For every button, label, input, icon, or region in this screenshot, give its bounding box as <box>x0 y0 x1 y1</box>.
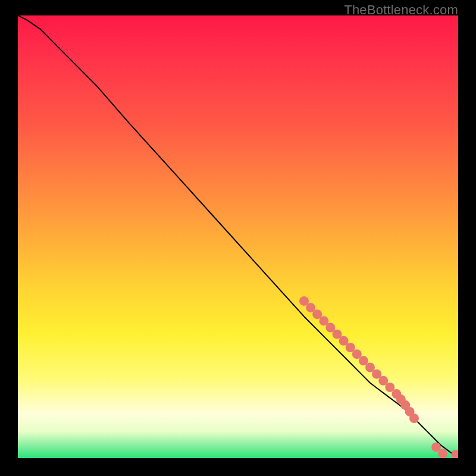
scatter-point <box>438 449 447 458</box>
chart-container: TheBottleneck.com <box>0 0 476 476</box>
chart-svg <box>18 15 458 458</box>
plot-area <box>18 15 458 458</box>
scatter-point <box>409 414 419 423</box>
scatter-series-markers <box>299 296 458 458</box>
